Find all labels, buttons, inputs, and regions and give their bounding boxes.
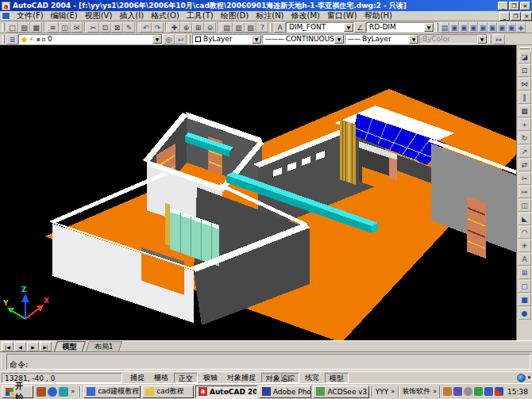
modify-toolbar-button[interactable]: ◪ [519,51,531,63]
tray-icon-1[interactable] [443,387,452,396]
edit-toolbar-button[interactable]: ✂ [87,22,99,33]
osnap-toggle[interactable]: 对象捕捉 [223,373,260,383]
command-input[interactable]: 命令: [6,354,530,370]
file-toolbar-button[interactable]: □ [6,22,18,33]
modify-toolbar-button[interactable]: ↦ [519,186,531,198]
text-style-icon[interactable]: A [274,22,286,33]
layer-previous-icon[interactable]: ↩ [175,34,187,44]
tab-first-icon[interactable]: |◀ [2,342,13,351]
chevron-more-icon[interactable]: » [390,388,395,395]
task-cad-tutorial-folder[interactable]: cad教程 [142,386,194,398]
tab-layout1[interactable]: 布局1 [86,341,122,351]
task-autocad[interactable]: a AutoCAD 200... [195,386,257,398]
tab-model[interactable]: 模型 [54,341,86,351]
taskbar-toolbar-deco[interactable]: 装饰软件 [402,386,430,397]
modify-toolbar-button[interactable]: ⋈ [519,78,531,90]
lineweight-combo[interactable]: —— ByLayer ▼ [345,34,419,44]
dim-style-icon[interactable]: ∠ [354,22,366,33]
modify-toolbar-button[interactable]: ◠ [519,226,531,239]
toolbar-grip[interactable] [188,35,191,44]
tab-prev-icon[interactable]: ◀ [14,342,26,351]
toolbar-grip[interactable] [2,23,5,32]
modify-toolbar-button[interactable]: ▢ [519,280,531,293]
close-button[interactable]: ✕ [520,2,530,10]
menu-item[interactable]: 插入(I) [116,10,147,21]
print-toolbar-button[interactable]: ≡ [47,22,59,33]
print-toolbar-button[interactable]: ✉ [71,22,83,33]
restore-button[interactable]: ❐ [509,2,519,10]
ortho-toggle[interactable]: 正交 [174,373,198,383]
chevron-down-icon[interactable]: ▼ [424,23,434,32]
color-combo[interactable]: ByLayer ▼ [192,34,262,44]
grid-toggle[interactable]: 栅格 [150,373,172,383]
menu-item[interactable]: 文件(F) [13,10,47,21]
menu-item[interactable]: 帮助(H) [361,10,395,21]
view-cube-button[interactable]: ▣ [507,22,516,33]
print-toolbar-button[interactable]: ◫ [59,22,71,33]
modify-toolbar-button[interactable]: A [519,253,531,266]
zoom-toolbar-button[interactable]: ⊕ [180,22,192,33]
layer-combo[interactable]: ● ☀ ▪ ▫ 0 ▼ [18,34,163,44]
menu-item[interactable]: 窗口(W) [324,10,360,21]
chevron-down-icon[interactable]: ▼ [334,35,344,44]
snap-toggle[interactable]: 捕捉 [126,373,148,383]
modify-toolbar-button[interactable]: ↗ [519,145,531,158]
quicklaunch-icon-3[interactable] [59,387,68,397]
view-cube-button[interactable]: ▣ [459,22,468,33]
model-space-toggle[interactable]: 模型 [325,373,349,383]
toolbar-grip[interactable] [436,23,438,32]
modify-toolbar-button[interactable]: ✳ [519,240,531,252]
doc-minimize-button[interactable]: _ [499,12,510,21]
doc-close-button[interactable]: ✕ [522,12,532,21]
task-cad-modeling-tutorial[interactable]: cad建模教程... [83,386,141,398]
modify-toolbar-button[interactable]: ⊞ [519,267,531,279]
modify-toolbar-button[interactable]: ◣ [519,213,531,225]
edit-toolbar-button[interactable]: ⊠ [111,22,123,33]
chevron-down-icon[interactable]: ▼ [344,23,353,32]
drawing-canvas[interactable]: Z X Y ◪⊡⋈∥▦＋↻↗⇄✂↦◫◣◠✳A⊞▢■● [0,45,532,340]
communication-center-icon[interactable] [517,374,526,382]
taskbar-toolbar-yyy[interactable]: YYY [376,388,389,396]
file-toolbar-button[interactable]: ▦ [30,22,42,33]
quicklaunch-icon-2[interactable] [48,387,57,397]
dim-style-combo[interactable]: RD-DIM ▼ [366,22,434,33]
modify-toolbar-button[interactable]: ◫ [519,199,531,212]
text-style-combo[interactable]: DIM_FONT ▼ [286,22,354,33]
modify-toolbar-button[interactable]: ⊡ [519,64,531,77]
modify-toolbar-button[interactable]: ● [519,307,531,320]
tab-last-icon[interactable]: ▶| [40,342,52,351]
menu-item[interactable]: 格式(O) [148,10,183,21]
chevron-more-icon[interactable]: » [432,388,438,395]
zoom-toolbar-button[interactable]: ⊞ [192,22,204,33]
menu-item[interactable]: 绘图(D) [218,10,253,21]
palette-toolbar-button[interactable]: ▥ [233,22,245,33]
chevron-down-icon[interactable]: ▾ [527,374,530,381]
make-layer-current-icon[interactable]: ◎ [163,34,175,44]
undo-redo-button[interactable]: ↷ [152,22,164,33]
chevron-down-icon[interactable]: ▼ [152,35,162,44]
task-photoshop[interactable]: Adobe Photo... [259,386,312,398]
chevron-down-icon[interactable]: ▼ [409,35,418,44]
command-grip[interactable] [2,354,5,370]
modify-toolbar-button[interactable]: ⇄ [519,159,531,171]
view-cube-button[interactable]: ▣ [488,22,497,33]
toolbar-grip[interactable] [2,35,5,44]
palette-toolbar-button[interactable]: ▨ [245,22,256,33]
modify-toolbar-button[interactable]: ▦ [519,105,531,117]
task-acdsee[interactable]: ACDSee v3.1... [313,386,368,398]
view-cube-button[interactable]: ▤ [440,22,449,33]
menu-item[interactable]: 标注(N) [253,10,287,21]
toolbar-grip[interactable] [520,47,530,49]
menu-item[interactable]: 编辑(E) [48,10,81,21]
edit-toolbar-button[interactable]: ⊡ [99,22,111,33]
modify-toolbar-button[interactable]: ∥ [519,91,531,104]
toolbar-grip[interactable] [489,35,492,44]
modify-toolbar-button[interactable]: ■ [519,293,531,306]
modify-toolbar-button[interactable]: ＋ [519,118,531,131]
linetype-combo[interactable]: ——— CONTINUOUS ▼ [262,34,345,44]
zoom-toolbar-button[interactable]: ✚ [168,22,180,33]
view-cube-button[interactable]: ▣ [449,22,459,33]
otrack-toggle[interactable]: 对象追踪 [261,373,299,383]
tray-icon-5[interactable] [484,387,493,396]
modify-toolbar-button[interactable]: ✂ [519,172,531,185]
